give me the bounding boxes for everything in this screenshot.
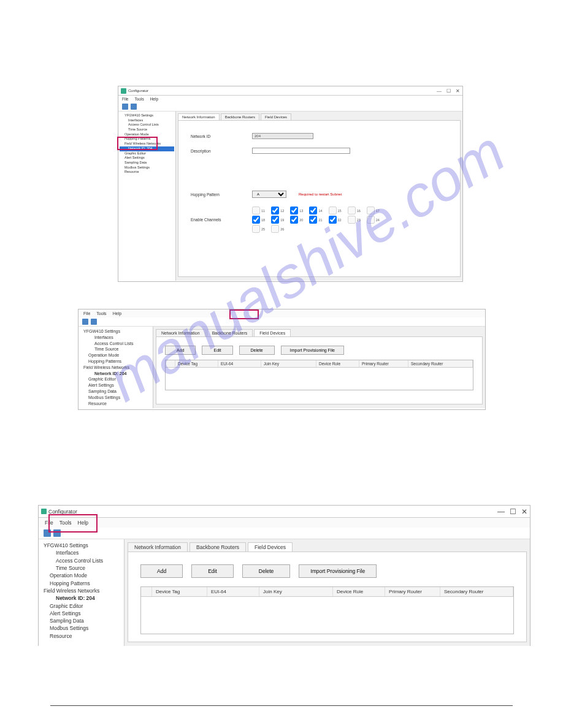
add-button[interactable]: Add [140,564,183,578]
tree-hopping[interactable]: Hopping Patterns [80,358,151,365]
edit-button[interactable]: Edit [202,346,232,355]
tree-fwn[interactable]: Field Wireless Networks [80,365,151,371]
tree-netid[interactable]: Network ID: 204 [80,371,151,377]
tree-sampling[interactable]: Sampling Data [120,161,174,165]
tree-modbus[interactable]: Modbus Settings [40,624,123,632]
col-join-key[interactable]: Join Key [261,360,316,367]
close-button[interactable]: ✕ [456,88,460,94]
import-button[interactable]: Import Provisioning File [281,346,344,355]
tree-root[interactable]: YFGW410 Settings [120,113,174,118]
chk-22[interactable]: 22 [329,216,342,224]
tree-graphic[interactable]: Graphic Editor [40,602,123,610]
tree-interfaces[interactable]: Interfaces [40,549,123,556]
toolbar-icon-2[interactable] [53,529,61,537]
chk-24[interactable]: 24 [367,216,380,224]
col-device-tag[interactable]: Device Tag [152,587,207,596]
tree-time[interactable]: Time Source [120,127,174,132]
tab-field-devices[interactable]: Field Devices [254,329,291,336]
tree-alert[interactable]: Alert Settings [40,610,123,617]
chk-26[interactable]: 26 [271,225,284,233]
menu-help[interactable]: Help [78,520,88,526]
tree-root[interactable]: YFGW410 Settings [80,328,151,335]
col-join-key[interactable]: Join Key [259,587,333,596]
tree-hopping[interactable]: Hopping Patterns [120,137,174,142]
col-device-tag[interactable]: Device Tag [175,360,218,367]
tree-acl[interactable]: Access Control Lists [120,123,174,127]
chk-11[interactable]: 11 [252,207,265,214]
tab-backbone-routers[interactable]: Backbone Routers [207,329,253,336]
add-button[interactable]: Add [165,346,196,355]
menu-file[interactable]: File [83,311,90,316]
tree-netid-selected[interactable]: Network ID: 204 [120,146,174,151]
minimize-button[interactable]: — [437,88,442,94]
chk-21[interactable]: 21 [309,216,322,224]
col-secondary[interactable]: Secondary Router [408,360,473,367]
toolbar-icon-1[interactable] [82,319,88,325]
chk-17[interactable]: 17 [367,207,380,214]
tree-fwn[interactable]: Field Wireless Networks [40,587,123,594]
tab-backbone-routers[interactable]: Backbone Routers [221,113,259,120]
tab-field-devices[interactable]: Field Devices [261,113,291,120]
tree-alert[interactable]: Alert Settings [120,156,174,161]
tree-time[interactable]: Time Source [40,564,123,572]
chk-15[interactable]: 15 [329,207,342,214]
chk-13[interactable]: 13 [290,207,303,214]
tree-interfaces[interactable]: Interfaces [120,118,174,123]
tree-hopping[interactable]: Hopping Patterns [40,580,123,587]
chk-14[interactable]: 14 [309,207,322,214]
toolbar-icon-1[interactable] [122,104,128,110]
tree-opmode[interactable]: Operation Mode [120,132,174,137]
toolbar-icon-2[interactable] [131,104,137,110]
tab-field-devices[interactable]: Field Devices [248,542,293,552]
tree-acl[interactable]: Access Control Lists [40,557,123,564]
chk-12[interactable]: 12 [271,207,284,214]
tree-opmode[interactable]: Operation Mode [40,572,123,579]
tree-resource[interactable]: Resource [80,401,151,407]
delete-button[interactable]: Delete [239,346,275,355]
menu-help[interactable]: Help [150,97,158,101]
tree-root[interactable]: YFGW410 Settings [40,542,123,549]
input-description[interactable] [252,148,350,154]
tree-graphic[interactable]: Graphic Editor [120,151,174,156]
tree-fwn[interactable]: Field Wireless Networks [120,142,174,146]
tree-modbus[interactable]: Modbus Settings [120,165,174,170]
chk-18[interactable]: 18 [252,216,265,224]
maximize-button[interactable]: ☐ [446,88,451,94]
tree-time[interactable]: Time Source [80,346,151,352]
chk-20[interactable]: 20 [290,216,303,224]
menu-file[interactable]: File [45,520,53,526]
toolbar-icon-2[interactable] [91,319,97,325]
chk-19[interactable]: 19 [271,216,284,224]
tree-alert[interactable]: Alert Settings [80,382,151,389]
tree-resource[interactable]: Resource [40,632,123,640]
tree-sampling[interactable]: Sampling Data [80,389,151,395]
toolbar-icon-1[interactable] [44,529,51,537]
tab-network-info[interactable]: Network Information [128,542,188,552]
col-primary[interactable]: Primary Router [385,587,440,596]
col-primary[interactable]: Primary Router [359,360,408,367]
chk-23[interactable]: 23 [348,216,361,224]
col-secondary[interactable]: Secondary Router [440,587,513,596]
chk-25[interactable]: 25 [252,225,265,233]
tree-modbus[interactable]: Modbus Settings [80,395,151,401]
tree-acl[interactable]: Access Control Lists [80,341,151,347]
delete-button[interactable]: Delete [242,564,291,578]
tree-sampling[interactable]: Sampling Data [40,617,123,624]
menu-file[interactable]: File [122,97,128,101]
col-eui[interactable]: EUI-64 [207,587,259,596]
close-button[interactable]: ✕ [521,507,527,516]
tree-opmode[interactable]: Operation Mode [80,352,151,358]
tab-backbone-routers[interactable]: Backbone Routers [190,542,246,552]
edit-button[interactable]: Edit [191,564,234,578]
chk-16[interactable]: 16 [348,207,361,214]
maximize-button[interactable]: ☐ [510,507,516,516]
menu-tools[interactable]: Tools [59,520,72,526]
col-device-role[interactable]: Device Role [316,360,359,367]
import-button[interactable]: Import Provisioning File [299,564,377,578]
tree-netid[interactable]: Network ID: 204 [40,594,123,602]
select-hopping[interactable]: A [252,191,286,198]
menu-tools[interactable]: Tools [96,311,106,316]
col-eui[interactable]: EUI-64 [218,360,261,367]
col-device-role[interactable]: Device Role [333,587,385,596]
menu-tools[interactable]: Tools [134,97,144,101]
